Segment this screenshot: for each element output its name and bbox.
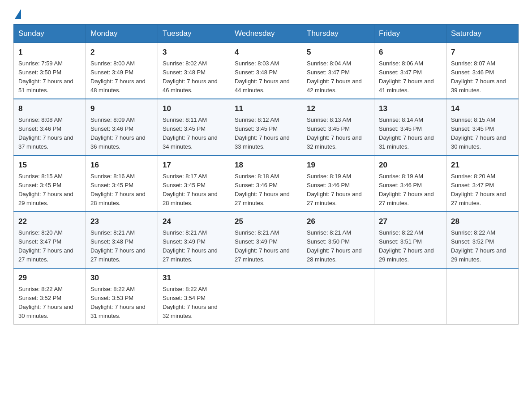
day-info: Sunrise: 8:21 AMSunset: 3:49 PMDaylight:… <box>163 228 225 265</box>
day-info: Sunrise: 8:19 AMSunset: 3:46 PMDaylight:… <box>379 172 442 208</box>
day-info: Sunrise: 8:11 AMSunset: 3:45 PMDaylight:… <box>163 116 225 152</box>
day-info: Sunrise: 8:15 AMSunset: 3:45 PMDaylight:… <box>451 116 514 152</box>
calendar-table: SundayMondayTuesdayWednesdayThursdayFrid… <box>13 24 519 325</box>
day-number: 1 <box>18 47 81 58</box>
day-number: 19 <box>307 159 369 171</box>
calendar-week-row: 8Sunrise: 8:08 AMSunset: 3:46 PMDaylight… <box>14 99 519 155</box>
day-info: Sunrise: 8:16 AMSunset: 3:45 PMDaylight:… <box>90 172 153 208</box>
calendar-day-cell: 23Sunrise: 8:21 AMSunset: 3:48 PMDayligh… <box>86 212 158 268</box>
day-of-week-header: Friday <box>374 25 446 43</box>
day-number: 20 <box>379 159 442 171</box>
calendar-day-cell: 26Sunrise: 8:21 AMSunset: 3:50 PMDayligh… <box>302 212 374 268</box>
calendar-day-cell: 18Sunrise: 8:18 AMSunset: 3:46 PMDayligh… <box>230 155 302 212</box>
day-info: Sunrise: 8:02 AMSunset: 3:48 PMDaylight:… <box>163 59 225 95</box>
day-number: 7 <box>451 47 514 58</box>
calendar-day-cell: 9Sunrise: 8:09 AMSunset: 3:46 PMDaylight… <box>86 99 158 155</box>
calendar-day-cell: 16Sunrise: 8:16 AMSunset: 3:45 PMDayligh… <box>86 155 158 212</box>
calendar-week-row: 22Sunrise: 8:20 AMSunset: 3:47 PMDayligh… <box>14 212 519 268</box>
calendar-day-cell: 3Sunrise: 8:02 AMSunset: 3:48 PMDaylight… <box>158 43 230 99</box>
calendar-day-cell: 29Sunrise: 8:22 AMSunset: 3:52 PMDayligh… <box>14 268 86 325</box>
calendar-day-cell: 13Sunrise: 8:14 AMSunset: 3:45 PMDayligh… <box>374 99 446 155</box>
day-number: 8 <box>18 103 81 115</box>
day-number: 17 <box>163 159 225 171</box>
day-info: Sunrise: 8:20 AMSunset: 3:47 PMDaylight:… <box>451 172 514 208</box>
day-number: 3 <box>163 47 225 58</box>
calendar-day-cell <box>446 268 519 325</box>
day-number: 22 <box>18 216 81 227</box>
day-info: Sunrise: 8:00 AMSunset: 3:49 PMDaylight:… <box>90 59 153 95</box>
day-info: Sunrise: 8:21 AMSunset: 3:49 PMDaylight:… <box>235 228 297 265</box>
logo-triangle-icon <box>15 9 21 19</box>
calendar-day-cell: 2Sunrise: 8:00 AMSunset: 3:49 PMDaylight… <box>86 43 158 99</box>
day-info: Sunrise: 8:22 AMSunset: 3:53 PMDaylight:… <box>90 285 153 321</box>
day-number: 28 <box>451 216 514 227</box>
calendar-day-cell: 4Sunrise: 8:03 AMSunset: 3:48 PMDaylight… <box>230 43 302 99</box>
day-info: Sunrise: 8:22 AMSunset: 3:51 PMDaylight:… <box>379 228 442 265</box>
day-number: 16 <box>90 159 153 171</box>
day-of-week-header: Saturday <box>446 25 519 43</box>
day-number: 30 <box>90 272 153 284</box>
calendar-week-row: 29Sunrise: 8:22 AMSunset: 3:52 PMDayligh… <box>14 268 519 325</box>
day-of-week-header: Sunday <box>14 25 86 43</box>
day-info: Sunrise: 7:59 AMSunset: 3:50 PMDaylight:… <box>18 59 81 95</box>
day-number: 27 <box>379 216 442 227</box>
day-of-week-header: Tuesday <box>158 25 230 43</box>
calendar-day-cell: 1Sunrise: 7:59 AMSunset: 3:50 PMDaylight… <box>14 43 86 99</box>
day-number: 15 <box>18 159 81 171</box>
day-info: Sunrise: 8:07 AMSunset: 3:46 PMDaylight:… <box>451 59 514 95</box>
day-number: 21 <box>451 159 514 171</box>
calendar-day-cell: 11Sunrise: 8:12 AMSunset: 3:45 PMDayligh… <box>230 99 302 155</box>
day-info: Sunrise: 8:03 AMSunset: 3:48 PMDaylight:… <box>235 59 297 95</box>
day-number: 14 <box>451 103 514 115</box>
day-info: Sunrise: 8:08 AMSunset: 3:46 PMDaylight:… <box>18 116 81 152</box>
day-number: 9 <box>90 103 153 115</box>
calendar-day-cell: 28Sunrise: 8:22 AMSunset: 3:52 PMDayligh… <box>446 212 519 268</box>
calendar-day-cell <box>302 268 374 325</box>
day-info: Sunrise: 8:17 AMSunset: 3:45 PMDaylight:… <box>163 172 225 208</box>
calendar-day-cell <box>230 268 302 325</box>
calendar-day-cell: 30Sunrise: 8:22 AMSunset: 3:53 PMDayligh… <box>86 268 158 325</box>
day-info: Sunrise: 8:20 AMSunset: 3:47 PMDaylight:… <box>18 228 81 265</box>
day-of-week-header: Wednesday <box>230 25 302 43</box>
calendar-header-row: SundayMondayTuesdayWednesdayThursdayFrid… <box>14 25 519 43</box>
day-number: 4 <box>235 47 297 58</box>
day-info: Sunrise: 8:13 AMSunset: 3:45 PMDaylight:… <box>307 116 369 152</box>
day-number: 24 <box>163 216 225 227</box>
day-info: Sunrise: 8:14 AMSunset: 3:45 PMDaylight:… <box>379 116 442 152</box>
day-info: Sunrise: 8:22 AMSunset: 3:52 PMDaylight:… <box>451 228 514 265</box>
day-number: 10 <box>163 103 225 115</box>
day-number: 2 <box>90 47 153 58</box>
day-number: 18 <box>235 159 297 171</box>
day-number: 25 <box>235 216 297 227</box>
calendar-day-cell: 19Sunrise: 8:19 AMSunset: 3:46 PMDayligh… <box>302 155 374 212</box>
calendar-day-cell: 14Sunrise: 8:15 AMSunset: 3:45 PMDayligh… <box>446 99 519 155</box>
calendar-day-cell: 15Sunrise: 8:15 AMSunset: 3:45 PMDayligh… <box>14 155 86 212</box>
calendar-week-row: 1Sunrise: 7:59 AMSunset: 3:50 PMDaylight… <box>14 43 519 99</box>
day-number: 6 <box>379 47 442 58</box>
day-of-week-header: Monday <box>86 25 158 43</box>
calendar-day-cell: 12Sunrise: 8:13 AMSunset: 3:45 PMDayligh… <box>302 99 374 155</box>
day-info: Sunrise: 8:09 AMSunset: 3:46 PMDaylight:… <box>90 116 153 152</box>
day-number: 13 <box>379 103 442 115</box>
day-info: Sunrise: 8:15 AMSunset: 3:45 PMDaylight:… <box>18 172 81 208</box>
calendar-day-cell: 20Sunrise: 8:19 AMSunset: 3:46 PMDayligh… <box>374 155 446 212</box>
day-number: 26 <box>307 216 369 227</box>
day-number: 11 <box>235 103 297 115</box>
calendar-day-cell: 24Sunrise: 8:21 AMSunset: 3:49 PMDayligh… <box>158 212 230 268</box>
day-info: Sunrise: 8:12 AMSunset: 3:45 PMDaylight:… <box>235 116 297 152</box>
calendar-day-cell: 25Sunrise: 8:21 AMSunset: 3:49 PMDayligh… <box>230 212 302 268</box>
day-number: 12 <box>307 103 369 115</box>
day-number: 5 <box>307 47 369 58</box>
day-info: Sunrise: 8:19 AMSunset: 3:46 PMDaylight:… <box>307 172 369 208</box>
calendar-day-cell: 27Sunrise: 8:22 AMSunset: 3:51 PMDayligh… <box>374 212 446 268</box>
calendar-day-cell <box>374 268 446 325</box>
calendar-day-cell: 7Sunrise: 8:07 AMSunset: 3:46 PMDaylight… <box>446 43 519 99</box>
logo <box>13 9 21 16</box>
page-header <box>13 9 519 16</box>
day-number: 23 <box>90 216 153 227</box>
calendar-week-row: 15Sunrise: 8:15 AMSunset: 3:45 PMDayligh… <box>14 155 519 212</box>
day-info: Sunrise: 8:21 AMSunset: 3:48 PMDaylight:… <box>90 228 153 265</box>
calendar-day-cell: 10Sunrise: 8:11 AMSunset: 3:45 PMDayligh… <box>158 99 230 155</box>
day-number: 31 <box>163 272 225 284</box>
calendar-day-cell: 21Sunrise: 8:20 AMSunset: 3:47 PMDayligh… <box>446 155 519 212</box>
